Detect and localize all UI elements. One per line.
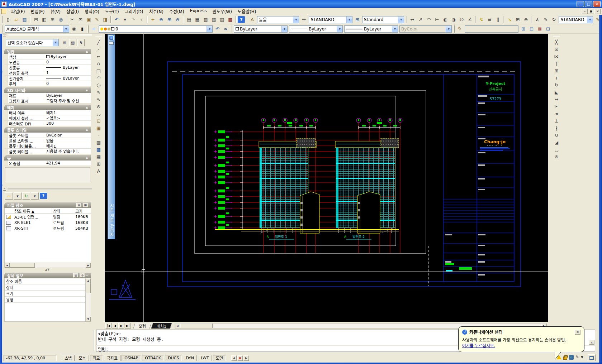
toggle-DYN[interactable]: DYN <box>183 355 197 361</box>
list-view-button[interactable]: ▤ <box>76 203 82 207</box>
chamfer-button[interactable]: ◢ <box>552 139 561 146</box>
table-style-combo[interactable]: Standard ▼ <box>362 16 404 23</box>
preview-view-button[interactable]: ◎ <box>80 273 85 278</box>
menu-item-0[interactable]: 파일(F) <box>8 8 28 15</box>
quick-dimension-button[interactable]: ↯ <box>477 16 485 24</box>
polyline-button[interactable]: ⌐ <box>94 53 103 60</box>
xref-hscrollbar[interactable]: ◀ ▶ <box>5 263 91 268</box>
property-row[interactable]: 선가중치ByLayer <box>4 76 91 81</box>
hatch-button[interactable]: ▨ <box>94 139 103 146</box>
chevron-down-icon[interactable]: ▼ <box>337 26 342 32</box>
xref-row[interactable]: XR-SHT로드됨584KB <box>5 225 91 231</box>
layout-next-icon[interactable]: ▶ <box>243 355 249 361</box>
prev-tab-icon[interactable]: ◀ <box>112 323 118 329</box>
scroll-up-icon[interactable]: ▲ <box>86 278 91 283</box>
hscroll-thumb[interactable] <box>180 324 213 328</box>
zoom-realtime-button[interactable]: ⊕ <box>157 16 165 24</box>
menu-item-6[interactable]: 그리기(D) <box>122 8 146 15</box>
toggle-모눈[interactable]: 모눈 <box>76 355 89 361</box>
chevron-down-icon[interactable]: ▼ <box>53 39 58 46</box>
menu-item-8[interactable]: 수정(M) <box>166 8 187 15</box>
center-mark-button[interactable]: ⊕ <box>522 16 530 24</box>
toolbar-grip[interactable] <box>2 16 3 23</box>
diameter-button[interactable]: ∅ <box>458 16 466 24</box>
toolbar-grip[interactable] <box>406 16 407 23</box>
undo-dropdown[interactable]: ▾ <box>121 16 129 24</box>
palette-minimize-button[interactable]: − <box>3 188 6 191</box>
construction-line-button[interactable]: ⋰ <box>94 46 103 53</box>
scroll-left-icon[interactable]: ◀ <box>175 324 180 328</box>
zoom-window-button[interactable]: ⊞ <box>165 16 174 24</box>
toolbar-grip[interactable] <box>454 25 455 33</box>
rotate-button[interactable]: ↻ <box>552 81 561 88</box>
toggle-극좌표[interactable]: 극좌표 <box>104 355 120 361</box>
explode-button[interactable]: ※ <box>552 153 561 160</box>
chevron-down-icon[interactable]: ▼ <box>346 16 352 23</box>
line-button[interactable]: ╱ <box>94 38 103 46</box>
mdi-restore-button[interactable]: ▣ <box>588 9 594 14</box>
cut-button[interactable]: ✂ <box>68 16 76 24</box>
toolbar-grip[interactable] <box>95 36 102 37</box>
quick-leader-button[interactable]: ↘ <box>505 16 513 24</box>
copy-button[interactable]: ⊡ <box>76 16 85 24</box>
property-row[interactable]: 선종류ByLayer <box>4 65 91 70</box>
move-button[interactable]: + <box>552 74 561 81</box>
dim-style-combo[interactable]: STANDARD ▼ <box>309 16 352 23</box>
digital-signature-icon[interactable]: ✎ <box>575 355 579 360</box>
xref-remove-button[interactable]: ⊟ <box>527 25 536 33</box>
menu-item-9[interactable]: Express <box>187 8 210 15</box>
trim-button[interactable]: ✂ <box>552 103 561 110</box>
collapse-icon[interactable]: ∧ <box>86 128 88 132</box>
toggle-OSNAP[interactable]: OSNAP <box>122 355 141 361</box>
menu-item-5[interactable]: 도구(T) <box>102 8 122 15</box>
tab-배치1[interactable]: 배치1 <box>151 323 172 329</box>
toolbar-grip[interactable] <box>231 25 232 33</box>
last-tab-icon[interactable]: ▶| <box>125 323 131 329</box>
my-workspace-button[interactable]: ▮ <box>78 25 86 33</box>
jogged-button[interactable]: ◑ <box>449 16 458 24</box>
erase-button[interactable]: ╳ <box>552 38 561 46</box>
collapse-icon[interactable]: ∧ <box>86 50 88 53</box>
property-row[interactable]: 배치 이름배치1 <box>4 110 91 115</box>
tray-menu-arrow-icon[interactable]: ▼ <box>581 355 583 359</box>
offset-button[interactable]: ∥ <box>552 60 561 67</box>
toggle-DUCS[interactable]: DUCS <box>165 355 182 361</box>
tree-view-button[interactable]: ▦ <box>83 203 88 207</box>
chevron-down-icon[interactable]: ▼ <box>587 16 593 23</box>
collapse-icon[interactable]: « <box>85 274 89 277</box>
next-tab-icon[interactable]: ▶ <box>118 323 124 329</box>
attach-dropdown[interactable]: ▾ <box>14 192 22 200</box>
details-vscrollbar[interactable]: ▲ ▼ <box>85 278 91 321</box>
properties-palette-grip[interactable]: − <box>2 34 93 37</box>
ellipse-arc-button[interactable]: ◡ <box>94 110 103 117</box>
lineweight-control-combo[interactable]: ByLayer ▼ <box>344 25 398 33</box>
open-button[interactable]: ▱ <box>12 16 20 24</box>
property-row[interactable]: 두께0 <box>4 81 91 86</box>
chevron-down-icon[interactable]: ▼ <box>293 16 299 23</box>
property-row[interactable]: 플롯 테이블 ...사용할 수 없습니다. <box>4 149 91 154</box>
plot-button[interactable]: ⊟ <box>32 16 40 24</box>
ellipse-button[interactable]: ⊙ <box>94 103 103 110</box>
hscroll-thumb[interactable] <box>10 263 35 268</box>
quickcalc-button[interactable]: ▩ <box>226 16 234 24</box>
section-header-4[interactable]: 뷰∧ <box>4 155 91 161</box>
selection-type-combo[interactable]: 선택 요소가 없습니다 ▼ <box>6 39 59 46</box>
continue-button[interactable]: ∥ <box>494 16 502 24</box>
gradient-button[interactable]: ▩ <box>94 146 103 153</box>
section-header-1[interactable]: 3D 시각화∧ <box>4 87 91 93</box>
table-button[interactable]: ⊞ <box>94 160 103 167</box>
array-button[interactable]: ⊞ <box>552 67 561 74</box>
break-button[interactable]: ∦ <box>552 124 561 131</box>
properties-button[interactable]: ▤ <box>185 16 193 24</box>
layer-combo[interactable]: 0 ▼ <box>99 25 213 33</box>
menu-item-11[interactable]: 도움말(H) <box>235 8 259 15</box>
dimension-text-edit-button[interactable]: ✎ <box>541 16 550 24</box>
toggle-직교[interactable]: 직교 <box>90 355 103 361</box>
collapse-icon[interactable]: ∧ <box>86 156 88 160</box>
copy-object-button[interactable]: ⊡ <box>552 46 561 53</box>
angular-button[interactable]: ∠ <box>466 16 474 24</box>
mdi-close-button[interactable]: ✕ <box>594 9 601 14</box>
dimension-update-button[interactable]: ↻ <box>550 16 558 24</box>
mirror-button[interactable]: ⋈ <box>552 53 561 60</box>
scroll-right-icon[interactable]: ▶ <box>86 263 91 268</box>
